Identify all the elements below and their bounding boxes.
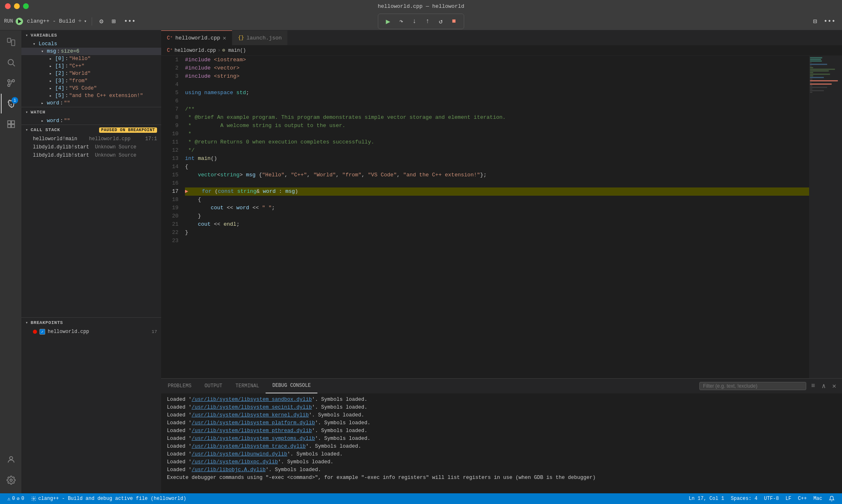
tab-terminal[interactable]: TERMINAL [229, 379, 266, 393]
status-encoding[interactable]: UTF-8 [761, 496, 782, 502]
sidebar-item-extensions[interactable] [1, 114, 21, 134]
close-button[interactable] [5, 3, 11, 9]
split-editor-icon[interactable]: ⊟ [811, 16, 820, 26]
watch-word-sep: : [60, 118, 63, 124]
more-editor-actions-icon[interactable]: ••• [821, 17, 838, 26]
tab-helloworld-cpp-close[interactable]: ✕ [223, 35, 226, 42]
tab-helloworld-cpp[interactable]: C⁺ helloworld.cpp ✕ [161, 30, 232, 45]
breakpoint-filename: helloworld.cpp [48, 329, 89, 335]
breakpoint-item-0[interactable]: ✓ helloworld.cpp 17 [21, 328, 161, 336]
output-link-9[interactable]: /usr/lib/system/libxpc.dylib [192, 459, 278, 465]
breakpoint-checkbox[interactable]: ✓ [39, 329, 45, 335]
status-indentation[interactable]: Spaces: 4 [728, 496, 761, 502]
svg-point-12 [9, 457, 12, 460]
output-link-1[interactable]: /usr/lib/system/libsystem_sandbox.dylib [192, 397, 312, 402]
breadcrumb-file[interactable]: helloworld.cpp [174, 48, 216, 53]
watch-word-item[interactable]: word : "" [21, 117, 161, 125]
sidebar-item-debug[interactable]: 1 [1, 94, 21, 113]
warnings-count: 0 [21, 496, 24, 502]
status-cursor-position[interactable]: Ln 17, Col 1 [685, 496, 727, 502]
callstack-frame-1[interactable]: libdyld.dylib!start Unknown Source [21, 143, 161, 151]
maximize-button[interactable] [23, 3, 29, 9]
callstack-frame-0[interactable]: helloworld!main helloworld.cpp 17:1 [21, 135, 161, 143]
output-link-3[interactable]: /usr/lib/system/libsystem_kernel.dylib [192, 412, 309, 418]
output-link-10[interactable]: /usr/lib/libobjc.A.dylib [192, 467, 266, 473]
breadcrumb-symbol[interactable]: ⊙ main() [222, 47, 246, 53]
output-line-7: Loaded '/usr/lib/system/libsystem_trace.… [167, 443, 836, 451]
breakpoints-section-header[interactable]: ▾ BREAKPOINTS [21, 318, 161, 328]
msg-5-item[interactable]: [5] : "and the C++ extension!" [21, 92, 161, 99]
debug-console-filter[interactable] [699, 382, 806, 390]
debug-restart-button[interactable]: ↺ [435, 16, 446, 27]
callstack-frame-0-name: helloworld!main [33, 136, 86, 142]
create-config-icon[interactable]: ⊞ [109, 16, 118, 26]
status-debug-config[interactable]: clang++ - Build and debug active file (h… [28, 493, 190, 504]
output-link-2[interactable]: /usr/lib/system/libsystem_secinit.dylib [192, 405, 312, 410]
main-content: 1 [0, 30, 842, 493]
output-link-4[interactable]: /usr/lib/system/libsystem_platform.dylib [192, 420, 315, 426]
panel-wrap-lines-icon[interactable]: ≡ [810, 381, 817, 391]
panel-scroll-lock-icon[interactable]: ∧ [820, 381, 828, 391]
code-line-3: #include <string> [185, 72, 809, 81]
code-line-6 [185, 97, 809, 105]
callstack-frame-2-name: libdyld.dylib!start [33, 153, 92, 158]
msg-1-item[interactable]: [1] : "C++" [21, 62, 161, 70]
sidebar-item-explorer[interactable] [1, 32, 21, 52]
minimize-button[interactable] [14, 3, 20, 9]
msg-3-item[interactable]: [3] : "from" [21, 77, 161, 85]
status-platform[interactable]: Mac [810, 496, 826, 502]
output-line-9: Loaded '/usr/lib/system/libxpc.dylib'. S… [167, 458, 836, 466]
status-language-mode[interactable]: C++ [795, 496, 810, 502]
output-line-1: Loaded '/usr/lib/system/libsystem_sandbo… [167, 396, 836, 404]
sidebar-item-settings[interactable] [1, 470, 21, 490]
settings-icon[interactable]: ⚙ [97, 16, 106, 26]
word-name: word [47, 100, 59, 106]
tab-problems[interactable]: PROBLEMS [161, 379, 198, 393]
code-line-14: { [185, 163, 809, 171]
callstack-frame-2[interactable]: libdyld.dylib!start Unknown Source [21, 151, 161, 160]
activity-bar-bottom [1, 450, 21, 493]
minimap [809, 56, 842, 378]
tab-launch-json[interactable]: {} launch.json [232, 30, 288, 45]
msg-var-item[interactable]: msg : size=6 [21, 48, 161, 55]
output-link-7[interactable]: /usr/lib/system/libsystem_trace.dylib [192, 444, 306, 449]
debug-stop-button[interactable]: ■ [448, 16, 460, 27]
variables-section-header[interactable]: ▾ VARIABLES [21, 30, 161, 40]
sidebar-item-accounts[interactable] [1, 450, 21, 469]
debug-continue-button[interactable]: ▶ [382, 16, 394, 27]
svg-rect-8 [8, 121, 11, 124]
debug-step-out-button[interactable]: ↑ [422, 16, 433, 27]
debug-step-into-button[interactable]: ↓ [409, 16, 420, 27]
code-content[interactable]: #include <iostream> #include <vector> #i… [183, 56, 809, 378]
msg-4-item[interactable]: [4] : "VS Code" [21, 85, 161, 92]
output-link-6[interactable]: /usr/lib/system/libsystem_symptoms.dylib [192, 436, 315, 442]
line-numbers: 1 2 3 4 5 6 7 8 9 10 11 12 13 14 15 16 [161, 56, 183, 378]
msg-0-item[interactable]: [0] : "Hello" [21, 55, 161, 62]
panel-close-icon[interactable]: ✕ [830, 381, 838, 391]
callstack-chevron: ▾ [25, 127, 28, 132]
config-dropdown-icon[interactable]: ▾ [84, 18, 87, 24]
sidebar-item-source-control[interactable] [1, 73, 21, 93]
msg-4-arrow [48, 86, 53, 91]
callstack-section-header[interactable]: ▾ CALL STACK PAUSED ON BREAKPOINT [21, 125, 161, 135]
more-actions-icon[interactable]: ••• [121, 17, 138, 26]
debug-badge: 1 [12, 97, 18, 104]
output-link-8[interactable]: /usr/lib/system/libunwind.dylib [192, 451, 287, 457]
ln-19: 19 [161, 204, 178, 212]
tab-debug-console[interactable]: DEBUG CONSOLE [266, 379, 317, 393]
tab-output[interactable]: OUTPUT [198, 379, 229, 393]
run-config[interactable]: RUN clang++ - Build ÷ ▾ [4, 18, 87, 25]
word-var-item[interactable]: word : "" [21, 99, 161, 107]
msg-2-name: [2] [55, 71, 65, 76]
msg-2-item[interactable]: [2] : "World" [21, 70, 161, 77]
status-notifications[interactable] [826, 496, 838, 502]
status-errors-warnings[interactable]: ⚠ 0 ⊘ 0 [4, 493, 28, 504]
start-debugging-button[interactable] [16, 18, 23, 25]
watch-section-header[interactable]: ▾ WATCH [21, 107, 161, 117]
output-link-5[interactable]: /usr/lib/system/libsystem_pthread.dylib [192, 428, 312, 434]
code-line-20: } [185, 212, 809, 220]
status-line-ending[interactable]: LF [782, 496, 794, 502]
debug-step-over-button[interactable]: ↷ [396, 16, 407, 27]
locals-item[interactable]: Locals [21, 40, 161, 48]
sidebar-item-search[interactable] [1, 53, 21, 72]
